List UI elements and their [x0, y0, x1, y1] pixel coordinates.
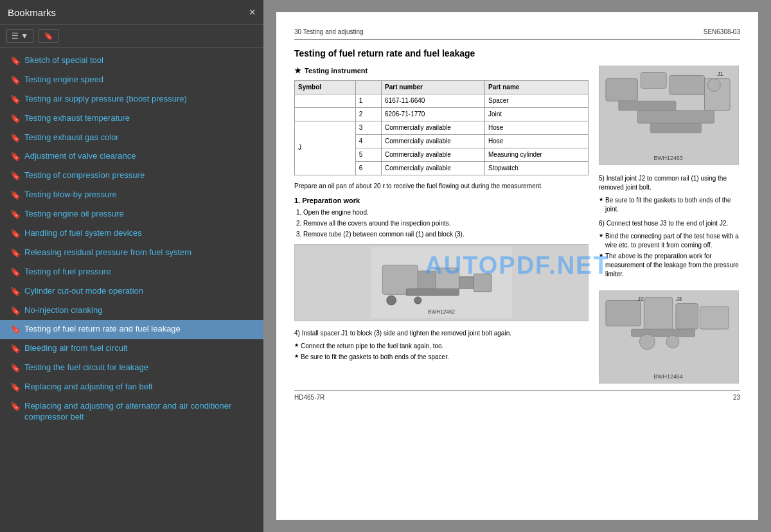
- page-footer: HD465-7R 23: [294, 390, 740, 402]
- col-header-name: Part name: [485, 80, 589, 94]
- bookmark-item-engine-speed[interactable]: 🔖Testing engine speed: [0, 71, 263, 90]
- page-header: 30 Testing and adjusting SEN6308-03: [294, 28, 740, 40]
- bookmark-icon-cylinder-cutout: 🔖: [10, 287, 19, 297]
- svg-text:BWH12464: BWH12464: [653, 374, 683, 380]
- svg-point-28: [666, 335, 679, 348]
- toolbar-bookmark-button[interactable]: 🔖: [39, 29, 58, 43]
- bookmark-icon-fuel-circuit: 🔖: [10, 363, 19, 374]
- step6-text: 6) Connect test hose J3 to the end of jo…: [599, 219, 740, 228]
- header-right: SEN6308-03: [704, 28, 740, 37]
- step4-text: 4) Install spacer J1 to block (3) side a…: [294, 329, 589, 338]
- testing-instrument-label: Testing instrument: [305, 66, 368, 76]
- bookmark-label-engine-oil: Testing engine oil pressure: [24, 209, 256, 220]
- bookmark-item-fuel-handling[interactable]: 🔖Handling of fuel system devices: [0, 224, 263, 244]
- svg-rect-13: [669, 76, 704, 95]
- bookmark-label-blow-by: Testing blow-by pressure: [24, 190, 256, 200]
- svg-text:J1: J1: [717, 71, 723, 77]
- prep-label: 1. Preparation work: [294, 196, 589, 206]
- close-button[interactable]: ×: [249, 6, 256, 18]
- main-content: 30 Testing and adjusting SEN6308-03 Test…: [263, 0, 771, 532]
- svg-rect-5: [474, 274, 492, 292]
- bookmark-item-fuel-pressure[interactable]: 🔖Testing of fuel pressure: [0, 263, 263, 282]
- bookmark-label-residual-pressure: Releasing residual pressure from fuel sy…: [24, 247, 256, 258]
- bookmark-item-engine-oil[interactable]: 🔖Testing engine oil pressure: [0, 205, 263, 224]
- document-page: 30 Testing and adjusting SEN6308-03 Test…: [276, 12, 758, 520]
- col-header-num: [355, 80, 381, 94]
- svg-rect-2: [418, 271, 436, 289]
- diagram-top-image: J1 BWH12463: [599, 66, 739, 165]
- bookmark-label-fuel-handling: Handling of fuel system devices: [24, 228, 256, 239]
- bookmark-item-alternator[interactable]: 🔖Replacing and adjusting of alternator a…: [0, 397, 263, 427]
- bookmark-icon-blow-by: 🔖: [10, 190, 19, 201]
- bookmark-item-sketch[interactable]: 🔖Sketch of special tool: [0, 51, 263, 71]
- bookmark-item-blow-by[interactable]: 🔖Testing blow-by pressure: [0, 186, 263, 205]
- prep-list: Open the engine hood.Remove all the cove…: [294, 208, 589, 239]
- bookmark-item-fan-belt[interactable]: 🔖Replacing and adjusting of fan belt: [0, 378, 263, 397]
- bookmark-item-bleeding-air[interactable]: 🔖Bleeding air from fuel circuit: [0, 339, 263, 359]
- svg-rect-4: [459, 277, 474, 288]
- bookmark-icon-exhaust-temp: 🔖: [10, 114, 19, 125]
- prep-step: Remove tube (2) between common rail (1) …: [303, 230, 589, 239]
- bookmark-label-cylinder-cutout: Cylinder cut-out mode operation: [24, 286, 256, 297]
- bookmark-label-fan-belt: Replacing and adjusting of fan belt: [24, 382, 256, 393]
- bookmark-label-engine-speed: Testing engine speed: [24, 75, 256, 85]
- bookmark-item-compression[interactable]: 🔖Testing of compression pressure: [0, 166, 263, 186]
- bookmark-item-air-supply[interactable]: 🔖Testing air supply pressure (boost pres…: [0, 90, 263, 109]
- footer-left: HD465-7R: [294, 393, 324, 402]
- step4-bullet: Connect the return pipe to the fuel tank…: [294, 342, 589, 351]
- footer-right: 23: [733, 393, 740, 402]
- diagram-mid-image: J2 J3 BWH12464: [599, 290, 739, 384]
- bookmark-icon-residual-pressure: 🔖: [10, 248, 19, 259]
- svg-point-8: [414, 297, 421, 304]
- table-row: J3Commercially availableHose: [295, 121, 589, 134]
- svg-text:J2: J2: [637, 296, 643, 302]
- bookmark-icon-air-supply: 🔖: [10, 94, 19, 105]
- svg-point-7: [387, 296, 396, 306]
- doc-left: ★ Testing instrument Symbol Part number …: [294, 66, 589, 384]
- bookmark-label-fuel-circuit: Testing the fuel circuit for leakage: [24, 362, 256, 373]
- bookmark-icon-no-injection: 🔖: [10, 306, 19, 317]
- bookmark-item-residual-pressure[interactable]: 🔖Releasing residual pressure from fuel s…: [0, 244, 263, 263]
- svg-text:J3: J3: [676, 296, 682, 302]
- bookmark-icon-fuel-return: 🔖: [10, 324, 19, 335]
- svg-rect-3: [436, 268, 459, 292]
- bookmark-item-fuel-circuit[interactable]: 🔖Testing the fuel circuit for leakage: [0, 359, 263, 378]
- prep-step: Remove all the covers around the inspect…: [303, 219, 589, 228]
- bookmark-item-fuel-return[interactable]: 🔖Testing of fuel return rate and fuel le…: [0, 320, 263, 339]
- bookmark-item-exhaust-temp[interactable]: 🔖Testing exhaust temperature: [0, 109, 263, 129]
- bookmark-label-no-injection: No-injection cranking: [24, 305, 256, 316]
- bookmark-item-exhaust-gas[interactable]: 🔖Testing exhaust gas color: [0, 129, 263, 148]
- col-header-symbol: Symbol: [295, 80, 356, 94]
- diagram-mid-svg: J2 J3 BWH12464: [599, 290, 738, 384]
- svg-rect-24: [676, 304, 698, 330]
- bookmark-icon-fuel-pressure: 🔖: [10, 267, 19, 278]
- doc-content: ★ Testing instrument Symbol Part number …: [294, 66, 740, 384]
- header-left: 30 Testing and adjusting: [294, 28, 364, 37]
- bookmark-item-cylinder-cutout[interactable]: 🔖Cylinder cut-out mode operation: [0, 282, 263, 301]
- bookmark-icon-fuel-handling: 🔖: [10, 229, 19, 240]
- svg-rect-17: [650, 123, 701, 133]
- svg-rect-15: [619, 101, 676, 111]
- svg-rect-16: [637, 111, 714, 123]
- sidebar-title: Bookmarks: [8, 7, 56, 18]
- bookmark-label-valve-clearance: Adjustment of valve clearance: [24, 151, 256, 162]
- svg-point-27: [639, 334, 655, 350]
- svg-text:BWH12462: BWH12462: [428, 309, 456, 315]
- bookmark-icon-bleeding-air: 🔖: [10, 344, 19, 355]
- page-title: Testing of fuel return rate and fuel lea…: [294, 48, 740, 59]
- svg-rect-11: [606, 79, 638, 102]
- svg-point-18: [707, 79, 720, 92]
- diagram1-svg: BWH12462: [297, 247, 585, 318]
- step4-bullet: Be sure to fit the gaskets to both ends …: [294, 353, 589, 362]
- bookmark-label-air-supply: Testing air supply pressure (boost press…: [24, 94, 256, 105]
- bookmark-icon-engine-oil: 🔖: [10, 209, 19, 220]
- sidebar-toolbar: ☰ ▼ 🔖: [0, 25, 263, 48]
- diagram1-image: BWH12462: [294, 244, 589, 321]
- svg-rect-26: [632, 329, 695, 337]
- diagram1-row: BWH12462: [294, 244, 589, 324]
- bookmark-item-valve-clearance[interactable]: 🔖Adjustment of valve clearance: [0, 147, 263, 166]
- prep-step: Open the engine hood.: [303, 208, 589, 217]
- toolbar-menu-button[interactable]: ☰ ▼: [6, 29, 33, 43]
- bookmark-label-exhaust-temp: Testing exhaust temperature: [24, 113, 256, 124]
- bookmark-item-no-injection[interactable]: 🔖No-injection cranking: [0, 301, 263, 321]
